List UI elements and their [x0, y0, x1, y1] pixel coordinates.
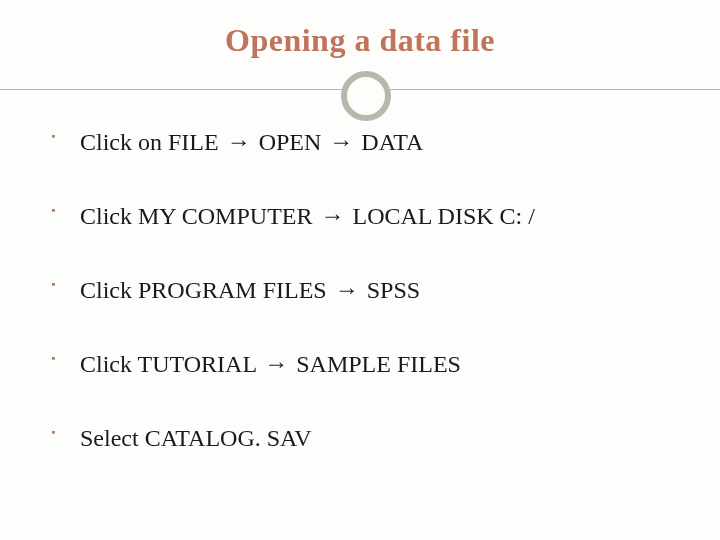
item-text: LOCAL DISK C: /: [346, 203, 534, 229]
arrow-icon: →: [262, 349, 290, 379]
title-decoration: [0, 67, 720, 117]
list-item: ་ Select CATALOG. SAV: [48, 423, 672, 453]
circle-icon: [341, 71, 391, 121]
bullet-icon: ་: [48, 277, 59, 305]
bullet-icon: ་: [48, 425, 59, 453]
bullet-icon: ་: [48, 203, 59, 231]
item-text: OPEN: [253, 129, 328, 155]
bullet-list: ་ Click on FILE → OPEN → DATA ་ Click MY…: [48, 127, 672, 453]
bullet-icon: ་: [48, 351, 59, 379]
arrow-icon: →: [318, 201, 346, 231]
arrow-icon: →: [333, 275, 361, 305]
arrow-icon: →: [225, 127, 253, 157]
item-text: DATA: [355, 129, 423, 155]
list-item: ་ Click TUTORIAL → SAMPLE FILES: [48, 349, 672, 379]
item-text: Click TUTORIAL: [80, 351, 262, 377]
item-text: SPSS: [361, 277, 420, 303]
list-item: ་ Click on FILE → OPEN → DATA: [48, 127, 672, 157]
list-item: ་ Click PROGRAM FILES → SPSS: [48, 275, 672, 305]
bullet-icon: ་: [48, 129, 59, 157]
content-area: ་ Click on FILE → OPEN → DATA ་ Click MY…: [0, 117, 720, 453]
item-text: Click MY COMPUTER: [80, 203, 318, 229]
list-item: ་ Click MY COMPUTER → LOCAL DISK C: /: [48, 201, 672, 231]
item-text: SAMPLE FILES: [290, 351, 461, 377]
item-text: Click on FILE: [80, 129, 225, 155]
item-text: Click PROGRAM FILES: [80, 277, 333, 303]
arrow-icon: →: [327, 127, 355, 157]
item-text: Select CATALOG. SAV: [80, 425, 312, 451]
slide: Opening a data file ་ Click on FILE → OP…: [0, 0, 720, 540]
slide-title: Opening a data file: [0, 0, 720, 59]
